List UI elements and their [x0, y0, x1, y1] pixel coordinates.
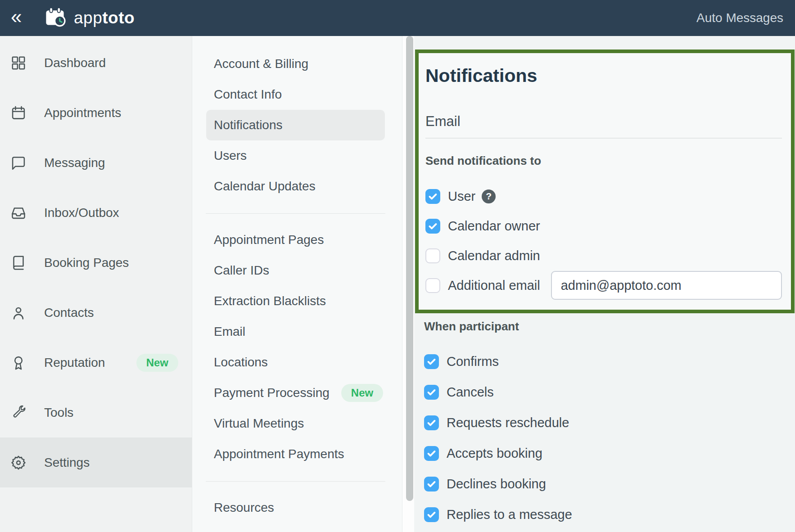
submenu-item-contact-info[interactable]: Contact Info — [192, 79, 402, 110]
sidebar-item-contacts[interactable]: Contacts — [0, 288, 192, 338]
accepts-booking-checkbox[interactable] — [424, 446, 439, 461]
sidebar-item-inbox-outbox[interactable]: Inbox/Outbox — [0, 188, 192, 238]
option-label: Cancels — [447, 385, 494, 400]
section-divider — [425, 138, 782, 139]
calendar-clock-logo-icon — [44, 6, 68, 30]
requests-reschedule-checkbox[interactable] — [424, 415, 439, 430]
sidebar-label: Contacts — [44, 306, 94, 320]
email-section-title: Email — [425, 113, 782, 130]
submenu-item-extraction-blacklists[interactable]: Extraction Blacklists — [192, 286, 402, 316]
settings-submenu: Account & Billing Contact Info Notificat… — [192, 36, 402, 532]
option-row-user: User ? — [425, 181, 782, 211]
sidebar-item-booking-pages[interactable]: Booking Pages — [0, 238, 192, 288]
option-label: Requests reschedule — [447, 415, 569, 430]
option-row-calendar-owner: Calendar owner — [425, 211, 782, 241]
option-row-declines-booking: Declines booking — [424, 469, 795, 499]
send-notifications-to-label: Send notifications to — [425, 155, 782, 167]
apptoto-logo[interactable]: apptoto — [44, 6, 135, 30]
sidebar-label: Messaging — [44, 156, 105, 170]
when-participant-label: When participant — [424, 320, 795, 333]
option-label: Confirms — [447, 354, 499, 369]
sidebar-item-dashboard[interactable]: Dashboard — [0, 38, 192, 88]
submenu-item-appointment-payments[interactable]: Appointment Payments — [192, 439, 402, 469]
submenu-item-notifications[interactable]: Notifications — [206, 110, 385, 140]
option-row-cancels: Cancels — [424, 377, 795, 407]
person-icon — [10, 304, 27, 321]
sidebar-item-reputation[interactable]: Reputation New — [0, 338, 192, 388]
submenu-label: Payment Processing — [214, 386, 330, 400]
page-title: Notifications — [425, 65, 782, 86]
option-label: Accepts booking — [447, 446, 542, 461]
sidebar-label: Settings — [44, 455, 90, 470]
submenu-item-locations[interactable]: Locations — [192, 347, 402, 378]
sidebar-item-messaging[interactable]: Messaging — [0, 138, 192, 188]
submenu-item-appointment-pages[interactable]: Appointment Pages — [192, 225, 402, 255]
top-bar: « apptoto Auto Messages — [0, 0, 795, 36]
scrollbar-thumb[interactable] — [406, 36, 413, 501]
book-icon — [10, 254, 27, 271]
sidebar-label: Appointments — [44, 106, 121, 120]
sidebar-label: Inbox/Outbox — [44, 206, 119, 220]
wrench-icon — [10, 404, 27, 421]
option-label: Additional email — [448, 278, 540, 293]
option-row-additional-email: Additional email — [425, 271, 782, 300]
gear-icon — [10, 454, 27, 471]
dashboard-grid-icon — [10, 54, 27, 71]
highlighted-notifications-box: Notifications Email Send notifications t… — [415, 50, 795, 313]
additional-email-input[interactable] — [551, 271, 782, 300]
submenu-item-payment-processing[interactable]: Payment Processing New — [192, 378, 402, 408]
new-badge: New — [136, 354, 178, 372]
inbox-icon — [10, 204, 27, 221]
sidebar-label: Dashboard — [44, 56, 106, 70]
sidebar-label: Tools — [44, 406, 73, 420]
user-checkbox[interactable] — [425, 189, 440, 204]
award-ribbon-icon — [10, 354, 27, 371]
submenu-item-calendar-updates[interactable]: Calendar Updates — [192, 171, 402, 202]
submenu-item-caller-ids[interactable]: Caller IDs — [192, 255, 402, 286]
scrollbar-track[interactable] — [402, 36, 414, 532]
notifications-panel: Notifications Email Send notifications t… — [414, 36, 795, 532]
option-row-accepts-booking: Accepts booking — [424, 438, 795, 469]
option-row-requests-reschedule: Requests reschedule — [424, 407, 795, 438]
option-label: Calendar owner — [448, 219, 540, 234]
sidebar-item-tools[interactable]: Tools — [0, 388, 192, 437]
replies-to-message-checkbox[interactable] — [424, 507, 439, 522]
option-row-calendar-admin: Calendar admin — [425, 241, 782, 271]
when-participant-section: When participant Confirms Cancels — [414, 320, 795, 530]
confirms-checkbox[interactable] — [424, 354, 439, 369]
additional-email-checkbox[interactable] — [425, 278, 440, 293]
brand-name: apptoto — [74, 9, 135, 27]
declines-booking-checkbox[interactable] — [424, 477, 439, 491]
chat-bubble-icon — [10, 154, 27, 171]
option-label: User — [448, 189, 475, 204]
main-sidebar: Dashboard Appointments Messaging Inbox/O… — [0, 36, 192, 532]
submenu-divider — [206, 213, 385, 214]
sidebar-label: Reputation — [44, 356, 105, 370]
sidebar-item-appointments[interactable]: Appointments — [0, 88, 192, 138]
option-row-replies-to-message: Replies to a message — [424, 499, 795, 530]
new-badge: New — [341, 384, 383, 402]
option-label: Replies to a message — [447, 507, 572, 522]
calendar-owner-checkbox[interactable] — [425, 219, 440, 234]
sidebar-item-settings[interactable]: Settings — [0, 437, 192, 487]
collapse-sidebar-icon[interactable]: « — [11, 8, 27, 26]
calendar-admin-checkbox[interactable] — [425, 248, 440, 263]
submenu-item-users[interactable]: Users — [192, 140, 402, 171]
cancels-checkbox[interactable] — [424, 385, 439, 400]
auto-messages-link[interactable]: Auto Messages — [696, 11, 783, 25]
submenu-item-account-billing[interactable]: Account & Billing — [192, 49, 402, 79]
submenu-item-email[interactable]: Email — [192, 316, 402, 347]
option-label: Calendar admin — [448, 248, 540, 263]
option-row-confirms: Confirms — [424, 346, 795, 377]
submenu-item-virtual-meetings[interactable]: Virtual Meetings — [192, 408, 402, 439]
submenu-item-resources[interactable]: Resources — [192, 492, 402, 523]
option-label: Declines booking — [447, 477, 546, 491]
sidebar-label: Booking Pages — [44, 256, 129, 270]
help-icon[interactable]: ? — [482, 189, 496, 203]
calendar-icon — [10, 104, 27, 121]
submenu-divider — [206, 481, 385, 482]
